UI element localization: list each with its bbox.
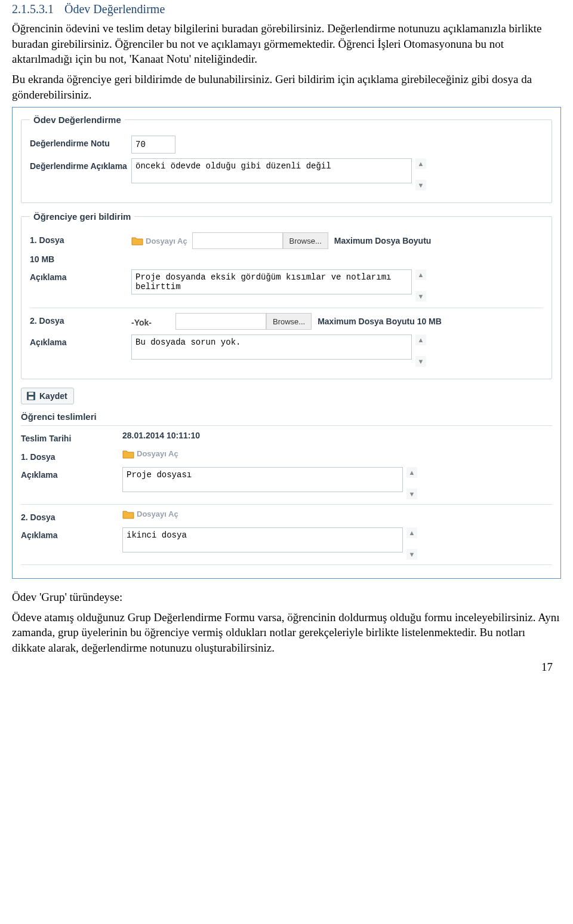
browse-button[interactable]: Browse... [283,233,328,248]
grade-label: Değerlendirme Notu [30,136,131,149]
submission-date-label: Teslim Tarihi [21,431,122,444]
folder-icon [122,509,134,519]
submission-date-value: 28.01.2014 10:11:10 [122,431,200,440]
form-screenshot: Ödev Değerlendirme Değerlendirme Notu De… [12,107,561,579]
submissions-heading: Öğrenci teslimleri [21,412,552,422]
submission-desc2-textarea[interactable] [122,527,403,552]
open-file-link[interactable]: Dosyayı Aç [146,237,187,245]
browse-button[interactable]: Browse... [266,314,311,329]
svg-rect-2 [29,392,33,395]
scroll-down-icon[interactable]: ▼ [406,489,417,499]
scroll-up-icon[interactable]: ▲ [406,467,417,478]
section-heading: 2.1.5.3.1Ödev Değerlendirme [12,2,561,16]
feedback-legend: Öğrenciye geri bildirim [30,211,134,222]
file1-input[interactable]: Browse... [192,232,328,249]
save-icon [26,391,36,401]
max-size-label-1b: 10 MB [30,251,131,265]
scroll-up-icon[interactable]: ▲ [406,527,417,538]
feedback-desc1-textarea[interactable] [131,269,412,294]
folder-icon [122,449,134,459]
evaluation-legend: Ödev Değerlendirme [30,115,125,125]
divider [30,308,543,308]
scroll-up-icon[interactable]: ▲ [415,334,426,345]
scroll-up-icon[interactable]: ▲ [415,269,426,280]
save-button[interactable]: Kaydet [21,388,74,404]
max-size-label-1a: Maximum Dosya Boyutu [334,236,432,245]
file2-value: -Yok- [131,315,152,327]
divider [21,425,552,426]
submission-desc1-textarea[interactable] [122,467,403,492]
scroll-up-icon[interactable]: ▲ [415,158,426,169]
feedback-desc2-textarea[interactable] [131,334,412,360]
svg-rect-1 [29,397,33,400]
divider [21,564,552,565]
intro-paragraph-1: Öğrencinin ödevini ve teslim detay bilgi… [12,21,561,67]
submission-desc2-label: Açıklama [21,527,122,541]
page-number: 17 [12,661,561,674]
divider [21,504,552,505]
folder-icon [131,236,143,245]
feedback-desc2-label: Açıklama [30,334,131,348]
evaluation-desc-textarea[interactable] [131,158,412,183]
submission-desc1-label: Açıklama [21,467,122,480]
feedback-fieldset: Öğrenciye geri bildirim 1. Dosya Dosyayı… [21,211,552,379]
save-button-label: Kaydet [39,391,67,401]
intro-paragraph-2: Bu ekranda öğrenciye geri bildirimde de … [12,72,561,102]
open-file-link[interactable]: Dosyayı Aç [137,509,178,518]
feedback-desc1-label: Açıklama [30,269,131,283]
submission-file1-label: 1. Dosya [21,449,122,462]
scroll-down-icon[interactable]: ▼ [415,291,426,302]
open-file-link[interactable]: Dosyayı Aç [137,449,178,458]
submission-file2-label: 2. Dosya [21,509,122,523]
evaluation-desc-label: Değerlendirme Açıklama [30,158,131,171]
file2-input[interactable]: Browse... [175,313,312,330]
file1-label: 1. Dosya [30,232,131,245]
scroll-down-icon[interactable]: ▼ [415,356,426,367]
outro-heading: Ödev 'Grup' türündeyse: [12,590,561,605]
section-number: 2.1.5.3.1 [12,2,54,16]
outro-paragraph: Ödeve atamış olduğunuz Grup Değerlendirm… [12,610,561,656]
scroll-down-icon[interactable]: ▼ [415,180,426,191]
max-size-label-2: Maximum Dosya Boyutu 10 MB [318,317,442,326]
grade-input[interactable] [131,136,175,154]
scroll-down-icon[interactable]: ▼ [406,549,417,560]
file2-label: 2. Dosya [30,313,131,326]
section-title: Ödev Değerlendirme [64,2,165,16]
evaluation-fieldset: Ödev Değerlendirme Değerlendirme Notu De… [21,115,552,203]
